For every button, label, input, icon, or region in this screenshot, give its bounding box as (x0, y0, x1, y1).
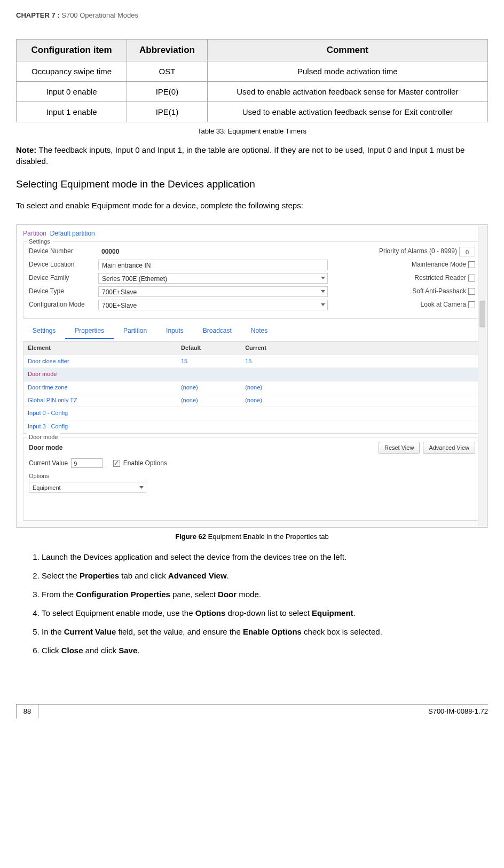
col-element[interactable]: Element (23, 342, 177, 354)
advanced-view-button[interactable]: Advanced View (423, 442, 475, 454)
cell-abbr: IPE(0) (127, 81, 207, 101)
figure-caption-text: Equipment Enable in the Properties tab (206, 533, 329, 541)
step-item: From the Configuration Properties pane, … (42, 589, 488, 600)
maintenance-mode-checkbox[interactable] (468, 261, 475, 268)
property-row[interactable]: Input 3 - Config (23, 420, 481, 433)
page-number: 88 (16, 704, 38, 718)
scrollbar[interactable] (478, 226, 486, 526)
cell-config: Input 1 enable (17, 101, 127, 122)
tab-inputs[interactable]: Inputs (156, 323, 193, 340)
table-row: Occupancy swipe time OST Pulsed mode act… (17, 61, 488, 81)
document-id: S700-IM-0088-1.72 (428, 707, 488, 716)
chapter-title: S700 Operational Modes (61, 11, 138, 19)
section-intro: To select and enable Equipment mode for … (16, 200, 488, 211)
table-row: Input 1 enable IPE(1) Used to enable act… (17, 101, 488, 122)
figure-screenshot: Partition Default partition Settings Dev… (16, 224, 488, 528)
settings-group-label: Settings (27, 238, 52, 246)
tab-bar: Settings Properties Partition Inputs Bro… (23, 323, 481, 340)
chapter-label: CHAPTER 7 : (16, 11, 61, 19)
th-abbr: Abbreviation (127, 40, 207, 61)
property-row[interactable]: Door time zone(none)(none) (23, 381, 481, 394)
tab-partition[interactable]: Partition (114, 323, 156, 340)
anti-passback-label: Soft Anti-Passback (412, 287, 466, 296)
device-number-value: 00000 (98, 246, 328, 257)
table-row: Input 0 enable IPE(0) Used to enable act… (17, 81, 488, 101)
config-mode-label: Configuration Mode (29, 300, 98, 309)
step-item: Select the Properties tab and click Adva… (42, 570, 488, 581)
cell-config: Input 0 enable (17, 81, 127, 101)
priority-label: Priority of Alarms (0 - 8999) (379, 247, 457, 256)
tab-properties[interactable]: Properties (65, 323, 114, 340)
partition-link[interactable]: Partition (23, 230, 46, 237)
settings-group: Settings Device Number 00000 Priority of… (23, 241, 481, 319)
config-table: Configuration item Abbreviation Comment … (16, 39, 488, 122)
enable-options-checkbox[interactable] (113, 460, 120, 467)
device-family-select[interactable]: Series 700E (Ethernet) (98, 273, 328, 284)
property-row[interactable]: Input 0 - Config (23, 407, 481, 420)
step-item: Click Close and click Save. (42, 645, 488, 656)
th-config: Configuration item (17, 40, 127, 61)
look-at-camera-label: Look at Camera (421, 300, 466, 309)
th-comment: Comment (207, 40, 487, 61)
cell-abbr: IPE(1) (127, 101, 207, 122)
restricted-reader-checkbox[interactable] (468, 275, 475, 281)
section-heading: Selecting Equipment mode in the Devices … (16, 177, 488, 192)
partition-value-link[interactable]: Default partition (50, 230, 95, 237)
col-default[interactable]: Default (177, 342, 241, 354)
enable-options-label: Enable Options (123, 459, 167, 468)
page-footer: 88 S700-IM-0088-1.72 (16, 704, 488, 718)
door-mode-bold-label: Door mode (29, 443, 62, 452)
device-family-label: Device Family (29, 273, 98, 283)
scrollbar-thumb[interactable] (479, 301, 485, 327)
steps-list: Launch the Devices application and selec… (21, 551, 488, 656)
note-paragraph: Note: The feedback inputs, Input 0 and I… (16, 144, 488, 167)
device-location-input[interactable]: Main entrance IN (98, 260, 328, 270)
chevron-down-icon (321, 290, 325, 293)
device-location-label: Device Location (29, 260, 98, 269)
door-mode-group-label: Door mode (27, 433, 60, 441)
step-item: Launch the Devices application and selec… (42, 551, 488, 562)
door-mode-group: Door mode Door mode Reset View Advanced … (23, 437, 481, 521)
chevron-down-icon (139, 486, 144, 489)
cell-config: Occupancy swipe time (17, 61, 127, 81)
cell-comment: Pulsed mode activation time (207, 61, 487, 81)
device-number-label: Device Number (29, 247, 98, 256)
priority-input[interactable]: 0 (459, 247, 475, 256)
maintenance-mode-label: Maintenance Mode (412, 260, 466, 269)
cell-comment: Used to enable activation feedback sense… (207, 81, 487, 101)
look-at-camera-checkbox[interactable] (468, 301, 475, 308)
figure-caption-number: Figure 62 (175, 533, 206, 541)
property-row-selected[interactable]: Door mode (23, 368, 481, 381)
anti-passback-checkbox[interactable] (468, 288, 475, 295)
page-header: CHAPTER 7 : S700 Operational Modes (16, 11, 488, 20)
tab-settings[interactable]: Settings (23, 323, 65, 340)
table-caption: Table 33: Equipment enable Timers (16, 127, 488, 136)
cell-abbr: OST (127, 61, 207, 81)
figure-caption: Figure 62 Equipment Enable in the Proper… (16, 532, 488, 542)
chevron-down-icon (321, 303, 325, 306)
step-item: To select Equipment enable mode, use the… (42, 607, 488, 619)
step-item: In the Current Value field, set the valu… (42, 626, 488, 637)
restricted-reader-label: Restricted Reader (414, 273, 466, 283)
tab-notes[interactable]: Notes (241, 323, 277, 340)
options-select[interactable]: Equipment (29, 482, 146, 492)
property-row[interactable]: Global PIN only TZ(none)(none) (23, 394, 481, 407)
col-current[interactable]: Current (241, 342, 305, 354)
options-label: Options (29, 472, 475, 480)
chevron-down-icon (321, 277, 325, 279)
property-row[interactable]: Door close after1515 (23, 355, 481, 368)
reset-view-button[interactable]: Reset View (379, 442, 420, 454)
note-label: Note: (16, 145, 36, 154)
properties-table: Element Default Current Door close after… (23, 341, 481, 434)
current-value-input[interactable]: 9 (71, 458, 103, 468)
device-type-select[interactable]: 700E+Slave (98, 286, 328, 297)
note-text: The feedback inputs, Input 0 and Input 1… (16, 145, 464, 166)
tab-broadcast[interactable]: Broadcast (193, 323, 241, 340)
device-type-label: Device Type (29, 287, 98, 296)
cell-comment: Used to enable activation feedback sense… (207, 101, 487, 122)
current-value-label: Current Value (29, 459, 68, 468)
config-mode-select[interactable]: 700E+Slave (98, 300, 328, 310)
